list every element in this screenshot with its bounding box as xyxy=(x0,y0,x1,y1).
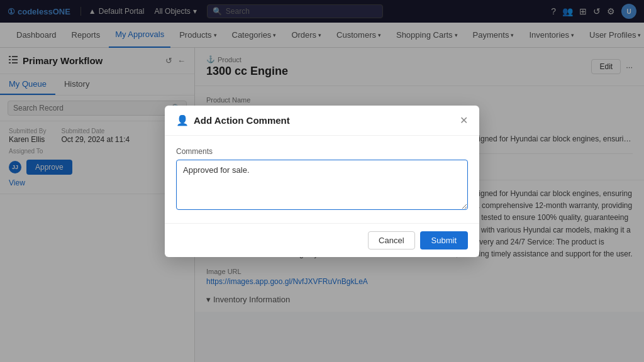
modal-header: 👤 Add Action Comment ✕ xyxy=(165,106,479,136)
comments-textarea[interactable] xyxy=(176,160,468,210)
modal-body: Comments xyxy=(165,136,479,223)
modal-footer: Cancel Submit xyxy=(165,223,479,257)
comments-label: Comments xyxy=(176,147,468,156)
cancel-button[interactable]: Cancel xyxy=(368,231,414,250)
add-action-comment-modal: 👤 Add Action Comment ✕ Comments Cancel S… xyxy=(165,106,479,257)
submit-button[interactable]: Submit xyxy=(420,231,468,250)
modal-title-wrap: 👤 Add Action Comment xyxy=(176,114,290,126)
user-plus-icon: 👤 xyxy=(176,114,189,126)
modal-title: Add Action Comment xyxy=(194,115,290,126)
modal-overlay: 👤 Add Action Comment ✕ Comments Cancel S… xyxy=(0,0,644,362)
modal-close-button[interactable]: ✕ xyxy=(460,114,468,126)
